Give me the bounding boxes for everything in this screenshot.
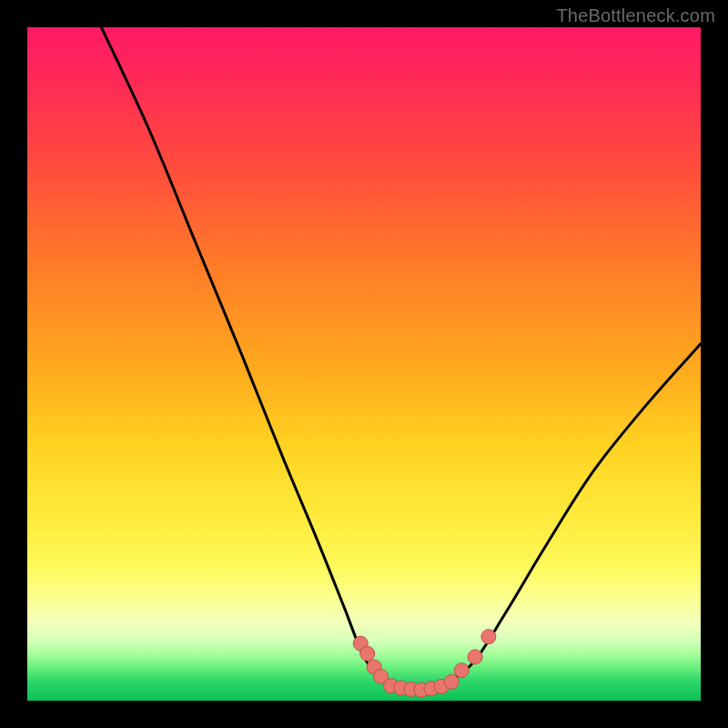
chart-frame: TheBottleneck.com (0, 0, 728, 728)
curve-group (101, 27, 701, 690)
plot-area (27, 27, 701, 701)
marker-bottom_g (444, 674, 459, 689)
marker-right_cluster_3 (481, 630, 496, 644)
curve-left_curve (101, 27, 398, 685)
marker-right_cluster_2 (468, 650, 482, 664)
watermark-label: TheBottleneck.com (556, 5, 715, 26)
marker-right_cluster_1 (454, 663, 469, 678)
marker-group (353, 630, 496, 697)
chart-svg (27, 27, 701, 701)
marker-left_cluster_1b (360, 646, 375, 661)
